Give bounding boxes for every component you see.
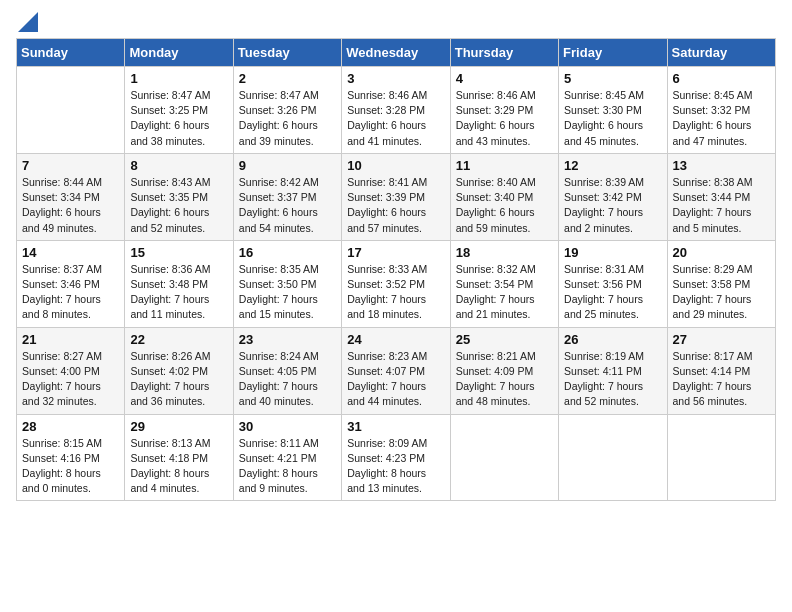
day-info: Sunrise: 8:19 AMSunset: 4:11 PMDaylight:…: [564, 349, 661, 410]
calendar-cell: 25 Sunrise: 8:21 AMSunset: 4:09 PMDaylig…: [450, 327, 558, 414]
calendar-cell: 20 Sunrise: 8:29 AMSunset: 3:58 PMDaylig…: [667, 240, 775, 327]
day-number: 24: [347, 332, 444, 347]
calendar-cell: 14 Sunrise: 8:37 AMSunset: 3:46 PMDaylig…: [17, 240, 125, 327]
day-number: 26: [564, 332, 661, 347]
day-info: Sunrise: 8:26 AMSunset: 4:02 PMDaylight:…: [130, 349, 227, 410]
calendar-cell: 18 Sunrise: 8:32 AMSunset: 3:54 PMDaylig…: [450, 240, 558, 327]
day-info: Sunrise: 8:24 AMSunset: 4:05 PMDaylight:…: [239, 349, 336, 410]
day-number: 23: [239, 332, 336, 347]
day-number: 10: [347, 158, 444, 173]
day-info: Sunrise: 8:21 AMSunset: 4:09 PMDaylight:…: [456, 349, 553, 410]
day-info: Sunrise: 8:45 AMSunset: 3:32 PMDaylight:…: [673, 88, 770, 149]
calendar-cell: [559, 414, 667, 501]
logo-icon: [18, 12, 38, 32]
calendar-cell: 29 Sunrise: 8:13 AMSunset: 4:18 PMDaylig…: [125, 414, 233, 501]
day-info: Sunrise: 8:09 AMSunset: 4:23 PMDaylight:…: [347, 436, 444, 497]
calendar-cell: 6 Sunrise: 8:45 AMSunset: 3:32 PMDayligh…: [667, 67, 775, 154]
calendar-cell: 3 Sunrise: 8:46 AMSunset: 3:28 PMDayligh…: [342, 67, 450, 154]
day-number: 27: [673, 332, 770, 347]
page-header: [16, 16, 776, 26]
calendar-cell: 31 Sunrise: 8:09 AMSunset: 4:23 PMDaylig…: [342, 414, 450, 501]
calendar-week-row: 7 Sunrise: 8:44 AMSunset: 3:34 PMDayligh…: [17, 153, 776, 240]
calendar-header-row: SundayMondayTuesdayWednesdayThursdayFrid…: [17, 39, 776, 67]
day-number: 11: [456, 158, 553, 173]
day-number: 5: [564, 71, 661, 86]
day-info: Sunrise: 8:46 AMSunset: 3:28 PMDaylight:…: [347, 88, 444, 149]
day-number: 20: [673, 245, 770, 260]
day-info: Sunrise: 8:29 AMSunset: 3:58 PMDaylight:…: [673, 262, 770, 323]
calendar-cell: 22 Sunrise: 8:26 AMSunset: 4:02 PMDaylig…: [125, 327, 233, 414]
day-number: 29: [130, 419, 227, 434]
weekday-header-thursday: Thursday: [450, 39, 558, 67]
day-info: Sunrise: 8:45 AMSunset: 3:30 PMDaylight:…: [564, 88, 661, 149]
day-info: Sunrise: 8:11 AMSunset: 4:21 PMDaylight:…: [239, 436, 336, 497]
day-number: 12: [564, 158, 661, 173]
calendar-cell: 5 Sunrise: 8:45 AMSunset: 3:30 PMDayligh…: [559, 67, 667, 154]
day-number: 21: [22, 332, 119, 347]
day-info: Sunrise: 8:44 AMSunset: 3:34 PMDaylight:…: [22, 175, 119, 236]
calendar-cell: 12 Sunrise: 8:39 AMSunset: 3:42 PMDaylig…: [559, 153, 667, 240]
day-info: Sunrise: 8:42 AMSunset: 3:37 PMDaylight:…: [239, 175, 336, 236]
day-number: 13: [673, 158, 770, 173]
day-info: Sunrise: 8:47 AMSunset: 3:25 PMDaylight:…: [130, 88, 227, 149]
day-number: 7: [22, 158, 119, 173]
calendar-cell: 26 Sunrise: 8:19 AMSunset: 4:11 PMDaylig…: [559, 327, 667, 414]
calendar-cell: 23 Sunrise: 8:24 AMSunset: 4:05 PMDaylig…: [233, 327, 341, 414]
day-number: 4: [456, 71, 553, 86]
day-number: 3: [347, 71, 444, 86]
calendar-table: SundayMondayTuesdayWednesdayThursdayFrid…: [16, 38, 776, 501]
day-info: Sunrise: 8:43 AMSunset: 3:35 PMDaylight:…: [130, 175, 227, 236]
calendar-cell: 19 Sunrise: 8:31 AMSunset: 3:56 PMDaylig…: [559, 240, 667, 327]
calendar-cell: 15 Sunrise: 8:36 AMSunset: 3:48 PMDaylig…: [125, 240, 233, 327]
day-info: Sunrise: 8:15 AMSunset: 4:16 PMDaylight:…: [22, 436, 119, 497]
calendar-cell: 24 Sunrise: 8:23 AMSunset: 4:07 PMDaylig…: [342, 327, 450, 414]
calendar-cell: 11 Sunrise: 8:40 AMSunset: 3:40 PMDaylig…: [450, 153, 558, 240]
calendar-week-row: 21 Sunrise: 8:27 AMSunset: 4:00 PMDaylig…: [17, 327, 776, 414]
day-number: 1: [130, 71, 227, 86]
day-info: Sunrise: 8:39 AMSunset: 3:42 PMDaylight:…: [564, 175, 661, 236]
calendar-cell: 8 Sunrise: 8:43 AMSunset: 3:35 PMDayligh…: [125, 153, 233, 240]
day-number: 8: [130, 158, 227, 173]
day-info: Sunrise: 8:40 AMSunset: 3:40 PMDaylight:…: [456, 175, 553, 236]
calendar-cell: 2 Sunrise: 8:47 AMSunset: 3:26 PMDayligh…: [233, 67, 341, 154]
day-number: 31: [347, 419, 444, 434]
calendar-cell: 16 Sunrise: 8:35 AMSunset: 3:50 PMDaylig…: [233, 240, 341, 327]
calendar-cell: 21 Sunrise: 8:27 AMSunset: 4:00 PMDaylig…: [17, 327, 125, 414]
day-info: Sunrise: 8:23 AMSunset: 4:07 PMDaylight:…: [347, 349, 444, 410]
calendar-cell: [450, 414, 558, 501]
day-info: Sunrise: 8:17 AMSunset: 4:14 PMDaylight:…: [673, 349, 770, 410]
day-info: Sunrise: 8:27 AMSunset: 4:00 PMDaylight:…: [22, 349, 119, 410]
weekday-header-wednesday: Wednesday: [342, 39, 450, 67]
day-info: Sunrise: 8:32 AMSunset: 3:54 PMDaylight:…: [456, 262, 553, 323]
calendar-cell: 10 Sunrise: 8:41 AMSunset: 3:39 PMDaylig…: [342, 153, 450, 240]
calendar-cell: [667, 414, 775, 501]
day-info: Sunrise: 8:31 AMSunset: 3:56 PMDaylight:…: [564, 262, 661, 323]
weekday-header-monday: Monday: [125, 39, 233, 67]
day-info: Sunrise: 8:35 AMSunset: 3:50 PMDaylight:…: [239, 262, 336, 323]
day-info: Sunrise: 8:33 AMSunset: 3:52 PMDaylight:…: [347, 262, 444, 323]
day-info: Sunrise: 8:37 AMSunset: 3:46 PMDaylight:…: [22, 262, 119, 323]
calendar-cell: 1 Sunrise: 8:47 AMSunset: 3:25 PMDayligh…: [125, 67, 233, 154]
weekday-header-sunday: Sunday: [17, 39, 125, 67]
calendar-cell: 7 Sunrise: 8:44 AMSunset: 3:34 PMDayligh…: [17, 153, 125, 240]
weekday-header-friday: Friday: [559, 39, 667, 67]
day-number: 22: [130, 332, 227, 347]
calendar-cell: 17 Sunrise: 8:33 AMSunset: 3:52 PMDaylig…: [342, 240, 450, 327]
day-number: 25: [456, 332, 553, 347]
calendar-cell: [17, 67, 125, 154]
day-info: Sunrise: 8:41 AMSunset: 3:39 PMDaylight:…: [347, 175, 444, 236]
calendar-cell: 9 Sunrise: 8:42 AMSunset: 3:37 PMDayligh…: [233, 153, 341, 240]
logo: [16, 16, 38, 26]
calendar-cell: 27 Sunrise: 8:17 AMSunset: 4:14 PMDaylig…: [667, 327, 775, 414]
day-number: 6: [673, 71, 770, 86]
day-number: 2: [239, 71, 336, 86]
day-number: 14: [22, 245, 119, 260]
day-number: 30: [239, 419, 336, 434]
day-number: 18: [456, 245, 553, 260]
day-number: 19: [564, 245, 661, 260]
day-number: 17: [347, 245, 444, 260]
svg-marker-0: [18, 12, 38, 32]
weekday-header-tuesday: Tuesday: [233, 39, 341, 67]
day-number: 16: [239, 245, 336, 260]
calendar-week-row: 1 Sunrise: 8:47 AMSunset: 3:25 PMDayligh…: [17, 67, 776, 154]
